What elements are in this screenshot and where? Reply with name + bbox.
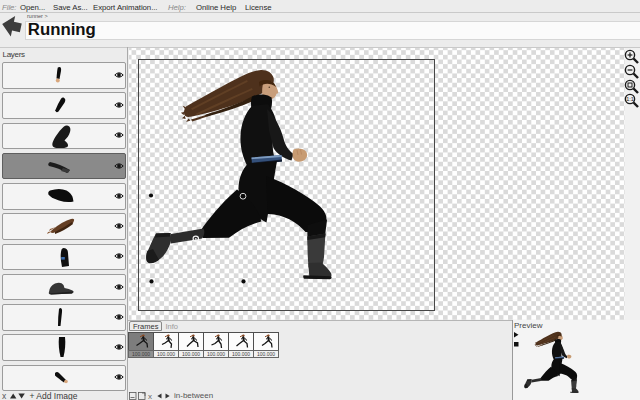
svg-text:x: x xyxy=(148,392,152,400)
svg-text:1:1: 1:1 xyxy=(626,96,634,102)
